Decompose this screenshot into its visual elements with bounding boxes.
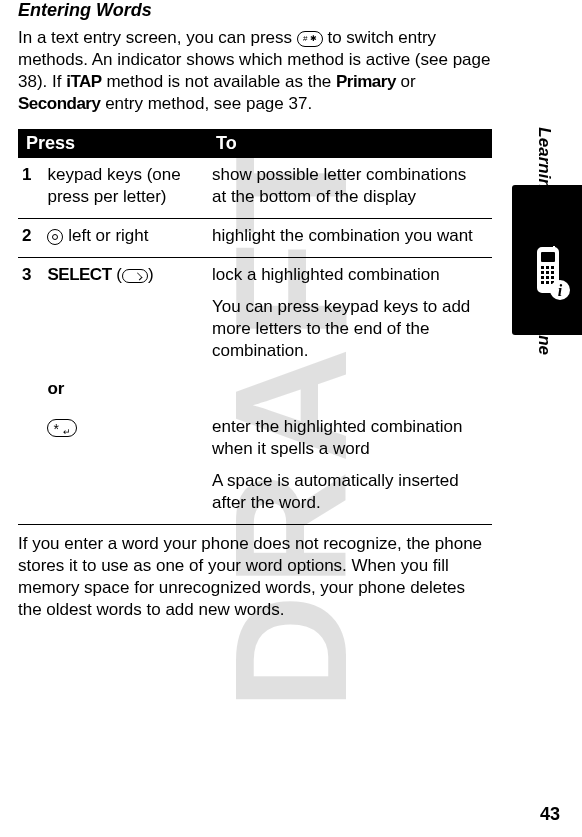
press-cell: SELECT () (43, 258, 208, 373)
svg-rect-9 (541, 276, 544, 279)
section-heading: Entering Words (18, 0, 492, 21)
table-row: enter the highlighted combination when i… (18, 410, 492, 525)
svg-rect-1 (541, 252, 555, 262)
page-number: 43 (540, 804, 560, 825)
col-header-to: To (208, 129, 492, 158)
intro-text-5: entry method, see page 37. (100, 94, 312, 113)
svg-rect-8 (551, 271, 554, 274)
to-cell: show possible letter combinations at the… (208, 158, 492, 219)
table-row: 1 keypad keys (one press per letter) sho… (18, 158, 492, 219)
press-text: left or right (63, 226, 148, 245)
intro-text-4: or (396, 72, 416, 91)
to-cell: enter the highlighted combination when i… (208, 410, 492, 525)
svg-rect-3 (541, 266, 544, 269)
primary-label: Primary (336, 72, 396, 91)
intro-text-1: In a text entry screen, you can press (18, 28, 297, 47)
secondary-label: Secondary (18, 94, 100, 113)
svg-text:i: i (558, 282, 563, 299)
svg-rect-5 (551, 266, 554, 269)
to-text-a: enter the highlighted combination when i… (212, 416, 484, 460)
press-cell (43, 410, 208, 525)
select-label: SELECT (47, 265, 111, 284)
intro-paragraph: In a text entry screen, you can press # … (18, 27, 492, 115)
to-cell: lock a highlighted combination You can p… (208, 258, 492, 373)
to-cell: highlight the combination you want (208, 219, 492, 258)
or-label: or (43, 372, 208, 410)
svg-rect-11 (551, 276, 554, 279)
step-number: 2 (22, 226, 35, 245)
to-text-b: A space is automatically inserted after … (212, 470, 484, 514)
hash-key-icon: # ✱ (297, 31, 323, 47)
step-number: 3 (22, 265, 35, 284)
svg-rect-13 (546, 281, 549, 284)
step-number: 1 (22, 165, 35, 184)
svg-rect-6 (541, 271, 544, 274)
instruction-table: Press To 1 keypad keys (one press per le… (18, 129, 492, 525)
table-row-or: or (18, 372, 492, 410)
to-text-a: lock a highlighted combination (212, 264, 484, 286)
itap-label: iTAP (66, 72, 101, 91)
side-chapter-label: Learning to Use Your Phone (534, 127, 554, 355)
table-row: 3 SELECT () lock a highlighted combinati… (18, 258, 492, 373)
intro-text-3: method is not available as the (102, 72, 336, 91)
svg-rect-10 (546, 276, 549, 279)
after-paragraph: If you enter a word your phone does not … (18, 533, 492, 621)
press-cell: left or right (43, 219, 208, 258)
to-text-b: You can press keypad keys to add more le… (212, 296, 484, 362)
nav-key-icon (47, 229, 63, 245)
svg-rect-4 (546, 266, 549, 269)
svg-rect-12 (541, 281, 544, 284)
svg-rect-7 (546, 271, 549, 274)
star-key-icon (47, 419, 77, 437)
right-softkey-icon (122, 269, 148, 283)
press-cell: keypad keys (one press per letter) (43, 158, 208, 219)
phone-info-icon: i (524, 246, 572, 308)
table-bottom-rule (18, 525, 492, 526)
col-header-press: Press (18, 129, 208, 158)
table-row: 2 left or right highlight the combinatio… (18, 219, 492, 258)
